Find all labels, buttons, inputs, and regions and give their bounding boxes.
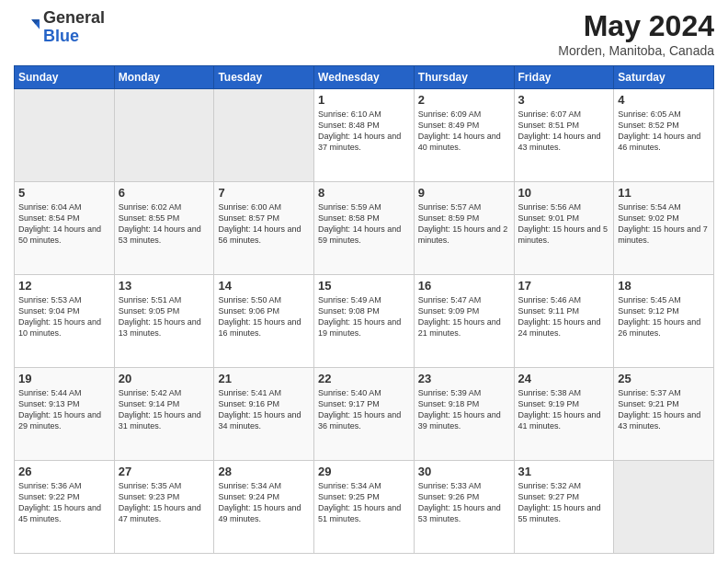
day-number: 19 — [18, 372, 110, 385]
logo-general: General — [43, 8, 105, 27]
calendar-cell: 24Sunrise: 5:38 AMSunset: 9:19 PMDayligh… — [514, 368, 614, 461]
calendar-cell: 23Sunrise: 5:39 AMSunset: 9:18 PMDayligh… — [414, 368, 514, 461]
weekday-header-thursday: Thursday — [414, 66, 514, 89]
calendar-cell: 27Sunrise: 5:35 AMSunset: 9:23 PMDayligh… — [114, 461, 214, 554]
calendar-cell: 19Sunrise: 5:44 AMSunset: 9:13 PMDayligh… — [15, 368, 115, 461]
day-number: 23 — [418, 372, 510, 385]
logo-blue: Blue — [43, 27, 79, 45]
day-number: 24 — [518, 372, 610, 385]
calendar-cell — [15, 89, 115, 182]
week-row-1: 1Sunrise: 6:10 AMSunset: 8:48 PMDaylight… — [15, 89, 714, 182]
cell-info: Sunrise: 5:34 AMSunset: 9:24 PMDaylight:… — [218, 480, 310, 525]
calendar-cell: 17Sunrise: 5:46 AMSunset: 9:11 PMDayligh… — [514, 275, 614, 368]
cell-info: Sunrise: 5:51 AMSunset: 9:05 PMDaylight:… — [119, 294, 210, 339]
calendar-cell: 11Sunrise: 5:54 AMSunset: 9:02 PMDayligh… — [614, 182, 714, 275]
calendar-cell: 26Sunrise: 5:36 AMSunset: 9:22 PMDayligh… — [15, 461, 115, 554]
calendar-cell: 6Sunrise: 6:02 AMSunset: 8:55 PMDaylight… — [114, 182, 214, 275]
cell-info: Sunrise: 5:37 AMSunset: 9:21 PMDaylight:… — [618, 387, 710, 432]
calendar-cell: 31Sunrise: 5:32 AMSunset: 9:27 PMDayligh… — [514, 461, 614, 554]
cell-info: Sunrise: 6:02 AMSunset: 8:55 PMDaylight:… — [119, 201, 210, 247]
calendar-cell: 21Sunrise: 5:41 AMSunset: 9:16 PMDayligh… — [214, 368, 314, 461]
calendar-cell: 30Sunrise: 5:33 AMSunset: 9:26 PMDayligh… — [414, 461, 514, 554]
cell-info: Sunrise: 5:54 AMSunset: 9:02 PMDaylight:… — [618, 201, 710, 247]
cell-info: Sunrise: 5:45 AMSunset: 9:12 PMDaylight:… — [618, 294, 710, 339]
day-number: 22 — [318, 372, 410, 385]
weekday-header-saturday: Saturday — [614, 66, 714, 89]
day-number: 26 — [18, 465, 110, 478]
calendar-cell — [214, 89, 314, 182]
calendar-cell: 20Sunrise: 5:42 AMSunset: 9:14 PMDayligh… — [114, 368, 214, 461]
cell-info: Sunrise: 5:46 AMSunset: 9:11 PMDaylight:… — [518, 294, 610, 339]
cell-info: Sunrise: 6:04 AMSunset: 8:54 PMDaylight:… — [18, 201, 110, 247]
weekday-header-sunday: Sunday — [15, 66, 115, 89]
week-row-3: 12Sunrise: 5:53 AMSunset: 9:04 PMDayligh… — [15, 275, 714, 368]
cell-info: Sunrise: 5:57 AMSunset: 8:59 PMDaylight:… — [418, 201, 510, 247]
calendar-cell — [614, 461, 714, 554]
weekday-header-monday: Monday — [114, 66, 214, 89]
calendar-subtitle: Morden, Manitoba, Canada — [558, 43, 714, 58]
cell-info: Sunrise: 5:56 AMSunset: 9:01 PMDaylight:… — [518, 201, 610, 247]
day-number: 3 — [518, 93, 610, 107]
cell-info: Sunrise: 6:09 AMSunset: 8:49 PMDaylight:… — [418, 109, 510, 154]
day-number: 11 — [618, 186, 710, 200]
day-number: 4 — [618, 93, 710, 107]
week-row-4: 19Sunrise: 5:44 AMSunset: 9:13 PMDayligh… — [15, 368, 714, 461]
day-number: 1 — [318, 93, 410, 107]
calendar-cell: 12Sunrise: 5:53 AMSunset: 9:04 PMDayligh… — [15, 275, 115, 368]
calendar-cell: 4Sunrise: 6:05 AMSunset: 8:52 PMDaylight… — [614, 89, 714, 182]
weekday-header-wednesday: Wednesday — [314, 66, 415, 89]
calendar-cell: 15Sunrise: 5:49 AMSunset: 9:08 PMDayligh… — [314, 275, 415, 368]
cell-info: Sunrise: 5:42 AMSunset: 9:14 PMDaylight:… — [119, 387, 210, 432]
day-number: 8 — [318, 186, 410, 200]
day-number: 28 — [218, 465, 310, 478]
cell-info: Sunrise: 5:50 AMSunset: 9:06 PMDaylight:… — [218, 294, 310, 339]
calendar-cell: 9Sunrise: 5:57 AMSunset: 8:59 PMDaylight… — [414, 182, 514, 275]
day-number: 16 — [418, 279, 510, 293]
logo: General Blue — [14, 9, 105, 46]
calendar-cell: 10Sunrise: 5:56 AMSunset: 9:01 PMDayligh… — [514, 182, 614, 275]
cell-info: Sunrise: 5:36 AMSunset: 9:22 PMDaylight:… — [18, 480, 110, 525]
calendar-cell: 7Sunrise: 6:00 AMSunset: 8:57 PMDaylight… — [214, 182, 314, 275]
cell-info: Sunrise: 5:44 AMSunset: 9:13 PMDaylight:… — [18, 387, 110, 432]
cell-info: Sunrise: 5:59 AMSunset: 8:58 PMDaylight:… — [318, 201, 410, 247]
cell-info: Sunrise: 6:07 AMSunset: 8:51 PMDaylight:… — [518, 109, 610, 154]
cell-info: Sunrise: 5:40 AMSunset: 9:17 PMDaylight:… — [318, 387, 410, 432]
cell-info: Sunrise: 6:05 AMSunset: 8:52 PMDaylight:… — [618, 109, 710, 154]
calendar-title: May 2024 — [558, 9, 714, 43]
logo-text: General Blue — [43, 9, 105, 46]
calendar-cell: 13Sunrise: 5:51 AMSunset: 9:05 PMDayligh… — [114, 275, 214, 368]
week-row-2: 5Sunrise: 6:04 AMSunset: 8:54 PMDaylight… — [15, 182, 714, 275]
day-number: 6 — [119, 186, 210, 200]
day-number: 18 — [618, 279, 710, 293]
calendar-table: SundayMondayTuesdayWednesdayThursdayFrid… — [14, 65, 714, 554]
calendar-cell: 5Sunrise: 6:04 AMSunset: 8:54 PMDaylight… — [15, 182, 115, 275]
calendar-cell: 2Sunrise: 6:09 AMSunset: 8:49 PMDaylight… — [414, 89, 514, 182]
cell-info: Sunrise: 5:39 AMSunset: 9:18 PMDaylight:… — [418, 387, 510, 432]
day-number: 7 — [218, 186, 310, 200]
header: General Blue May 2024 Morden, Manitoba, … — [14, 9, 714, 58]
cell-info: Sunrise: 5:35 AMSunset: 9:23 PMDaylight:… — [119, 480, 210, 525]
day-number: 31 — [518, 465, 610, 478]
calendar-header: SundayMondayTuesdayWednesdayThursdayFrid… — [15, 66, 714, 89]
calendar-cell: 29Sunrise: 5:34 AMSunset: 9:25 PMDayligh… — [314, 461, 415, 554]
cell-info: Sunrise: 5:47 AMSunset: 9:09 PMDaylight:… — [418, 294, 510, 339]
day-number: 10 — [518, 186, 610, 200]
week-row-5: 26Sunrise: 5:36 AMSunset: 9:22 PMDayligh… — [15, 461, 714, 554]
day-number: 2 — [418, 93, 510, 107]
calendar-cell: 1Sunrise: 6:10 AMSunset: 8:48 PMDaylight… — [314, 89, 415, 182]
cell-info: Sunrise: 5:53 AMSunset: 9:04 PMDaylight:… — [18, 294, 110, 339]
cell-info: Sunrise: 5:38 AMSunset: 9:19 PMDaylight:… — [518, 387, 610, 432]
day-number: 5 — [18, 186, 110, 200]
day-number: 20 — [119, 372, 210, 385]
weekday-header-tuesday: Tuesday — [214, 66, 314, 89]
day-number: 21 — [218, 372, 310, 385]
day-number: 9 — [418, 186, 510, 200]
cell-info: Sunrise: 5:34 AMSunset: 9:25 PMDaylight:… — [318, 480, 410, 525]
calendar-body: 1Sunrise: 6:10 AMSunset: 8:48 PMDaylight… — [15, 89, 714, 554]
day-number: 15 — [318, 279, 410, 293]
calendar-cell: 3Sunrise: 6:07 AMSunset: 8:51 PMDaylight… — [514, 89, 614, 182]
day-number: 17 — [518, 279, 610, 293]
day-number: 27 — [119, 465, 210, 478]
calendar-cell: 8Sunrise: 5:59 AMSunset: 8:58 PMDaylight… — [314, 182, 415, 275]
day-number: 29 — [318, 465, 410, 478]
